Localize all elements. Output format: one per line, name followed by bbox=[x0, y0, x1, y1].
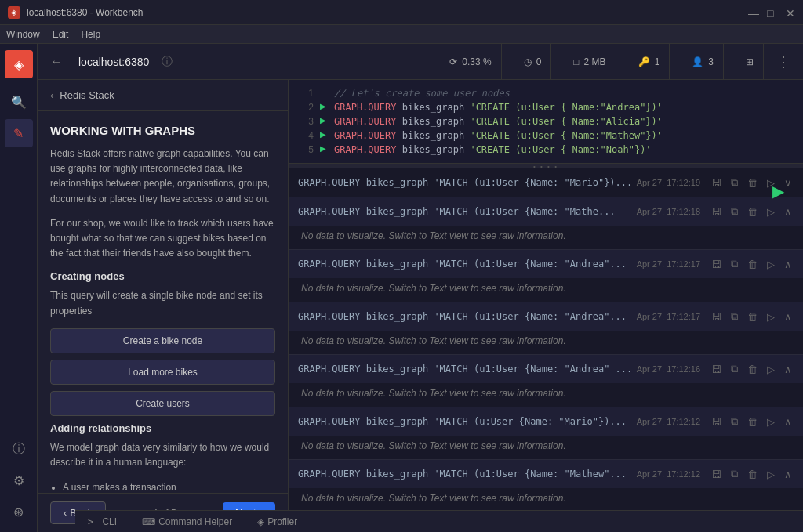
copy-result-6[interactable]: ⧉ bbox=[729, 414, 739, 429]
code-content-5: GRAPH.QUERY bikes_graph 'CREATE (u:User … bbox=[334, 144, 652, 155]
sidebar-item-github[interactable]: ⊛ bbox=[5, 498, 33, 526]
collapse-result-2[interactable]: ∧ bbox=[783, 204, 794, 219]
create-users-button[interactable]: Create users bbox=[50, 391, 275, 416]
result-row-7: GRAPH.QUERY bikes_graph 'MATCH (u1:User … bbox=[289, 460, 803, 512]
result-query-3: GRAPH.QUERY bikes_graph 'MATCH (u1:User … bbox=[298, 259, 637, 270]
delete-result-5[interactable]: 🗑 bbox=[746, 362, 759, 377]
copy-result-7[interactable]: ⧉ bbox=[729, 466, 739, 482]
delete-result-3[interactable]: 🗑 bbox=[746, 257, 759, 272]
run-line-4[interactable]: ▶ bbox=[320, 130, 331, 141]
collapse-result-3[interactable]: ∧ bbox=[783, 257, 794, 272]
collapse-result-4[interactable]: ∧ bbox=[783, 309, 794, 324]
profiler-icon: ◈ bbox=[257, 516, 264, 527]
minimize-button[interactable]: — bbox=[748, 8, 758, 17]
sidebar-item-settings[interactable]: ⚙ bbox=[5, 466, 33, 494]
relationships-bullets: A user makes a transaction That transact… bbox=[50, 480, 275, 493]
result-header-5[interactable]: GRAPH.QUERY bikes_graph 'MATCH (u1:User … bbox=[289, 355, 803, 383]
tab-cli[interactable]: >_ CLI bbox=[82, 511, 123, 532]
create-bike-node-button[interactable]: Create a bike node bbox=[50, 328, 275, 353]
collapse-result-6[interactable]: ∧ bbox=[783, 414, 794, 429]
run-result-6[interactable]: ▷ bbox=[765, 414, 776, 429]
result-actions-7: 🖫 ⧉ 🗑 ▷ ∧ bbox=[710, 466, 794, 482]
run-result-5[interactable]: ▷ bbox=[765, 362, 776, 377]
guide-paragraph2: For our shop, we would like to track whi… bbox=[50, 216, 275, 262]
save-result-1[interactable]: 🖫 bbox=[710, 176, 723, 190]
delete-result-6[interactable]: 🗑 bbox=[746, 414, 759, 429]
info-icon: ⓘ bbox=[13, 441, 25, 458]
delete-result-2[interactable]: 🗑 bbox=[746, 204, 759, 219]
back-chevron-icon: ‹ bbox=[64, 507, 67, 519]
save-result-4[interactable]: 🖫 bbox=[710, 309, 723, 324]
stat-cpu: ⟳ 0.33 % bbox=[440, 44, 501, 79]
close-button[interactable]: ✕ bbox=[786, 8, 795, 17]
result-header-4[interactable]: GRAPH.QUERY bikes_graph 'MATCH (u1:User … bbox=[289, 302, 803, 331]
sidebar-item-search[interactable]: 🔍 bbox=[5, 88, 33, 116]
copy-result-1[interactable]: ⧉ bbox=[729, 175, 739, 190]
result-header-6[interactable]: GRAPH.QUERY bikes_graph 'MATCH (u:User {… bbox=[289, 407, 803, 436]
icon-sidebar: ◈ 🔍 ✎ ⓘ ⚙ ⊛ bbox=[0, 44, 38, 532]
users-icon: 👤 bbox=[692, 56, 703, 67]
stat-commands: ◷ 0 bbox=[514, 44, 552, 79]
result-actions-4: 🖫 ⧉ 🗑 ▷ ∧ bbox=[710, 309, 794, 324]
run-line-5[interactable]: ▶ bbox=[320, 144, 331, 155]
maximize-button[interactable]: □ bbox=[767, 8, 776, 17]
guide-breadcrumb: Redis Stack bbox=[60, 89, 114, 101]
copy-result-3[interactable]: ⧉ bbox=[729, 256, 739, 272]
guide-panel: ‹ Redis Stack WORKING WITH GRAPHS Redis … bbox=[38, 80, 289, 532]
copy-result-5[interactable]: ⧉ bbox=[729, 361, 739, 377]
sidebar-item-edit[interactable]: ✎ bbox=[5, 119, 33, 147]
save-result-2[interactable]: 🖫 bbox=[710, 204, 723, 219]
result-header-3[interactable]: GRAPH.QUERY bikes_graph 'MATCH (u1:User … bbox=[289, 250, 803, 278]
sidebar-item-info[interactable]: ⓘ bbox=[5, 435, 33, 463]
run-line-1 bbox=[320, 88, 331, 99]
copy-result-2[interactable]: ⧉ bbox=[729, 204, 739, 219]
bottom-tabs: >_ CLI ⌨ Command Helper ◈ Profiler bbox=[75, 510, 803, 532]
tab-cli-label: CLI bbox=[102, 516, 117, 527]
save-result-6[interactable]: 🖫 bbox=[710, 414, 723, 429]
connection-info-icon[interactable]: ⓘ bbox=[162, 55, 173, 69]
result-body-7: No data to visualize. Switch to Text vie… bbox=[289, 488, 803, 512]
copy-result-4[interactable]: ⧉ bbox=[729, 309, 739, 324]
code-panel: 1 // Let's create some user nodes 2 ▶ GR… bbox=[289, 80, 803, 532]
result-header-7[interactable]: GRAPH.QUERY bikes_graph 'MATCH (u1:User … bbox=[289, 460, 803, 488]
collapse-result-7[interactable]: ∧ bbox=[783, 467, 794, 482]
delete-result-4[interactable]: 🗑 bbox=[746, 309, 759, 324]
run-line-3[interactable]: ▶ bbox=[320, 116, 331, 127]
result-actions-2: 🖫 ⧉ 🗑 ▷ ∧ bbox=[710, 204, 794, 219]
line-num-1: 1 bbox=[295, 88, 314, 99]
result-row-3: GRAPH.QUERY bikes_graph 'MATCH (u1:User … bbox=[289, 250, 803, 302]
connection-title: localhost:6380 bbox=[78, 56, 149, 68]
search-icon: 🔍 bbox=[11, 95, 27, 110]
collapse-result-5[interactable]: ∧ bbox=[783, 362, 794, 377]
line-num-4: 4 bbox=[295, 130, 314, 141]
line-num-3: 3 bbox=[295, 116, 314, 127]
menu-edit[interactable]: Edit bbox=[53, 29, 69, 40]
stat-grid[interactable]: ⊞ bbox=[736, 44, 764, 79]
menu-help[interactable]: Help bbox=[81, 29, 100, 40]
save-result-5[interactable]: 🖫 bbox=[710, 362, 723, 377]
result-query-5: GRAPH.QUERY bikes_graph 'MATCH (u1:User … bbox=[298, 364, 637, 375]
tab-profiler[interactable]: ◈ Profiler bbox=[251, 511, 303, 532]
result-actions-6: 🖫 ⧉ 🗑 ▷ ∧ bbox=[710, 414, 794, 429]
run-all-button[interactable]: ▶ bbox=[766, 182, 790, 201]
creating-nodes-title: Creating nodes bbox=[50, 270, 275, 282]
guide-back-button[interactable]: ‹ bbox=[50, 89, 53, 101]
result-header-1[interactable]: GRAPH.QUERY bikes_graph 'MATCH (u1:User … bbox=[289, 168, 803, 197]
result-row-5: GRAPH.QUERY bikes_graph 'MATCH (u1:User … bbox=[289, 355, 803, 407]
menu-window[interactable]: Window bbox=[6, 29, 40, 40]
delete-result-7[interactable]: 🗑 bbox=[746, 467, 759, 482]
tab-command-helper[interactable]: ⌨ Command Helper bbox=[136, 511, 238, 532]
back-button[interactable]: ← bbox=[50, 55, 63, 69]
save-result-7[interactable]: 🖫 bbox=[710, 467, 723, 482]
result-actions-3: 🖫 ⧉ 🗑 ▷ ∧ bbox=[710, 256, 794, 272]
run-result-7[interactable]: ▷ bbox=[765, 467, 776, 482]
run-result-4[interactable]: ▷ bbox=[765, 309, 776, 324]
result-header-2[interactable]: GRAPH.QUERY bikes_graph 'MATCH (u1:User … bbox=[289, 197, 803, 226]
run-result-2[interactable]: ▷ bbox=[765, 204, 776, 219]
delete-result-1[interactable]: 🗑 bbox=[746, 176, 759, 190]
load-more-bikes-button[interactable]: Load more bikes bbox=[50, 360, 275, 385]
save-result-3[interactable]: 🖫 bbox=[710, 257, 723, 272]
run-line-2[interactable]: ▶ bbox=[320, 102, 331, 113]
more-button[interactable]: ⋮ bbox=[776, 53, 790, 71]
run-result-3[interactable]: ▷ bbox=[765, 257, 776, 272]
